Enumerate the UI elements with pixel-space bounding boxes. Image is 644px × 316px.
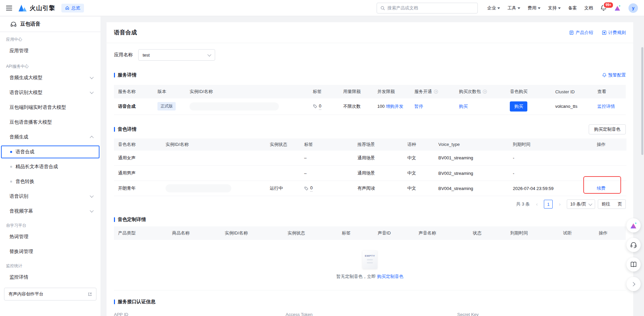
usage-limit: 不限次数 [339, 98, 373, 115]
sidebar-item-podcast-llm[interactable]: 豆包语音播客大模型 [0, 115, 100, 130]
next-page-button[interactable]: › [555, 200, 564, 209]
chevron-down-icon [497, 7, 500, 9]
bullet-icon [10, 166, 12, 168]
increase-concurrency-link[interactable]: 增购并发 [386, 104, 403, 109]
empty-text: 暂无定制音色，立即 [336, 274, 376, 280]
app-id-label: APP ID [114, 312, 286, 316]
bullet-icon [10, 151, 12, 153]
redacted-instance-id [166, 184, 231, 192]
buy-package-link[interactable]: 购买 [459, 104, 468, 109]
collapse-button[interactable] [626, 277, 641, 291]
nav-menu-billing[interactable]: 费用 [528, 5, 540, 11]
sidebar-item-audio-generation[interactable]: 音频生成 [0, 130, 100, 145]
chevron-up-icon [90, 136, 93, 139]
chevron-down-icon [538, 7, 540, 9]
cluster-id-value: volcano_tts [551, 98, 593, 115]
sidebar-item-replacewords[interactable]: 替换词管理 [0, 244, 100, 259]
product-name: 豆包语音 [20, 21, 40, 27]
sidebar-item-audio-gen-llm[interactable]: 音频生成大模型 [0, 70, 100, 85]
ai-assistant-icon[interactable] [614, 4, 621, 11]
custom-voice-empty-state: EMPTY 暂无定制音色，立即 购买定制音色 [114, 240, 626, 290]
search-input[interactable] [387, 5, 474, 10]
tag-icon [313, 104, 317, 108]
sidebar-item-voice-conversion[interactable]: 音色转换 [0, 174, 100, 189]
sidebar: AI 豆包语音 应用中心 应用管理 API服务中心 音频生成大模型 语音识别大模… [0, 17, 100, 316]
buy-custom-voice-link[interactable]: 购买定制音色 [377, 274, 404, 280]
main-content: 语音合成 产品介绍 计费规则 应用名称 test 服务详情 预警配置 [107, 22, 633, 316]
billing-rules-link[interactable]: 计费规则 [602, 30, 626, 36]
sidebar-item-subtitles[interactable]: 音视频字幕 [0, 204, 100, 219]
home-icon [65, 6, 69, 10]
page-title: 语音合成 [114, 29, 137, 36]
tag-count[interactable]: 0 [313, 103, 321, 110]
voice-row-female: 通用女声 – 通用场景 中文 BV001_streaming - [114, 151, 626, 166]
voice-table: 音色名称 实例ID/名称 实例状态 标签 推荐场景 语种 Voice_type … [114, 138, 626, 196]
nav-menu-docs[interactable]: 文档 [584, 5, 593, 11]
prev-page-button[interactable]: ‹ [532, 200, 541, 209]
audio-creation-platform-link[interactable]: 有声内容创作平台 [4, 288, 96, 301]
sidebar-item-tts[interactable]: 语音合成 [1, 146, 99, 158]
buy-voice-button[interactable]: 购买 [510, 101, 527, 112]
sidebar-item-monitor-detail[interactable]: 监控详情 [0, 270, 100, 285]
nav-menu-icp[interactable]: 备案 [568, 5, 577, 11]
notification-badge: 99+ [603, 2, 614, 8]
chevron-down-icon [518, 7, 520, 9]
hamburger-menu-icon[interactable] [6, 6, 12, 10]
service-section-title: 服务详情 [114, 72, 137, 78]
renew-link[interactable]: 续费 [597, 186, 606, 191]
sidebar-group-api-center: API服务中心 [0, 62, 100, 70]
voice-row-male: 通用男声 – 通用场景 中文 BV002_streaming - [114, 166, 626, 181]
auth-section-head: 服务接口认证信息 [114, 298, 626, 305]
notification-bell[interactable]: 99+ [601, 5, 607, 11]
app-name-select[interactable]: test [138, 49, 215, 61]
nav-menu-enterprise[interactable]: 企业 [487, 5, 500, 11]
volcano-logo-icon [18, 4, 27, 12]
global-search[interactable] [377, 3, 478, 13]
product-intro-link[interactable]: 产品介绍 [569, 30, 593, 36]
search-icon [380, 6, 385, 10]
nav-menu-support[interactable]: 支持 [548, 5, 561, 11]
service-table-row: 语音合成 正式版 0 不限次数 100 增购并发 暂停 购买 购买 volcan [114, 98, 626, 115]
sidebar-item-asr[interactable]: 语音识别 [0, 189, 100, 204]
sidebar-item-longtext-tts[interactable]: 精品长文本语音合成 [0, 159, 100, 174]
user-avatar[interactable]: y [628, 3, 638, 13]
nav-menu-tools[interactable]: 工具 [507, 5, 520, 11]
chevron-right-icon [631, 282, 635, 286]
goto-page-input[interactable]: 前往 页 [598, 199, 626, 209]
overview-chip[interactable]: 总览 [61, 4, 84, 12]
page-size-select[interactable]: 10 条/页 [567, 199, 595, 209]
service-name: 语音合成 [114, 98, 153, 115]
current-page-button[interactable]: 1 [544, 200, 553, 209]
svg-text:?: ? [435, 90, 437, 93]
docs-button[interactable] [626, 257, 641, 272]
service-section-head: 服务详情 预警配置 [114, 70, 626, 80]
tag-icon [304, 186, 309, 191]
sidebar-group-app-center: 应用中心 [0, 35, 100, 43]
page-title-bar: 语音合成 产品介绍 计费规则 [107, 22, 633, 43]
pause-service-link[interactable]: 暂停 [414, 104, 423, 109]
external-link-icon [88, 292, 92, 296]
sidebar-item-e2e-realtime-voice[interactable]: 豆包端到端实时语音大模型 [0, 100, 100, 115]
sidebar-item-hotwords[interactable]: 热词管理 [0, 229, 100, 244]
monitor-detail-link[interactable]: 监控详情 [597, 104, 615, 109]
ai-assistant-button[interactable] [626, 218, 641, 232]
chevron-down-icon [207, 53, 211, 56]
version-badge: 正式版 [157, 102, 176, 110]
concurrency-value: 100 [377, 104, 385, 109]
secret-key-label: Secret Key [457, 312, 629, 316]
bullet-icon [10, 181, 12, 183]
tag-count[interactable]: 0 [304, 185, 313, 192]
sidebar-group-selflearn: 自学习平台 [0, 221, 100, 229]
alert-config-link[interactable]: 预警配置 [602, 72, 626, 78]
volcengine-logo[interactable]: 火山引擎 [18, 4, 55, 12]
auth-fields-row: APP ID Access Token Secret Key [114, 312, 626, 316]
sidebar-product-header: AI 豆包语音 [0, 17, 100, 32]
page-scrollbar[interactable] [641, 47, 643, 155]
support-button[interactable] [626, 238, 641, 252]
voice-section-head: 音色详情 购买定制音色 [114, 124, 626, 134]
sidebar-group-monitor: 监控统计 [0, 262, 100, 270]
sidebar-item-app-management[interactable]: 应用管理 [0, 43, 100, 58]
buy-custom-voice-button[interactable]: 购买定制音色 [589, 124, 626, 134]
app-name-row: 应用名称 test [107, 43, 633, 61]
sidebar-item-asr-llm[interactable]: 语音识别大模型 [0, 85, 100, 100]
